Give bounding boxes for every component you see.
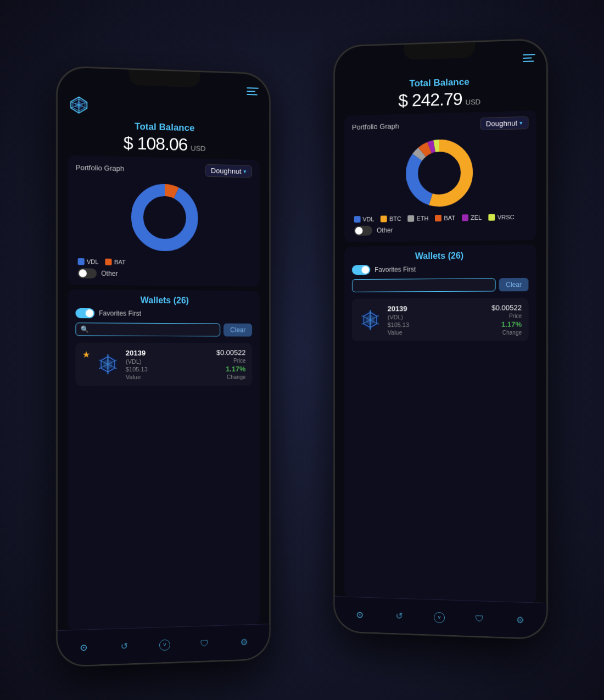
legend-dot-zel-right — [462, 214, 468, 221]
balance-dollar-left: $ 108.06 — [124, 133, 188, 155]
balance-amount-row-right: $ 242.79 USD — [344, 87, 536, 113]
donut-chart-left — [76, 177, 253, 257]
search-input-left[interactable] — [92, 325, 216, 334]
donut-svg-right — [401, 134, 478, 212]
search-input-right[interactable] — [357, 281, 491, 290]
legend-item-vrsc-right: VRSC — [489, 214, 514, 221]
other-label-right: Other — [377, 226, 393, 234]
legend-text-bat-right: BAT — [444, 215, 455, 221]
legend-text-vdl-right: VDL — [362, 216, 374, 223]
toggle-knob-right — [355, 227, 363, 235]
wallet-card-left[interactable]: ★ 20139 (VD — [76, 343, 253, 386]
dashboard-icon-left: ⊙ — [77, 641, 90, 654]
wallet-value-right: $105.13 — [388, 321, 486, 327]
legend-item-bat-left: BAT — [105, 259, 126, 266]
other-label-left: Other — [101, 270, 118, 277]
legend-text-vdl-left: VDL — [87, 258, 99, 265]
wallet-card-right[interactable]: 20139 (VDL) $105.13 Value $0.00522 Price… — [352, 298, 529, 341]
balance-section-right: Total Balance $ 242.79 USD — [344, 70, 536, 115]
legend-item-eth-right: ETH — [408, 215, 429, 222]
legend-text-zel-right: ZEL — [471, 214, 482, 221]
shield-icon-left: 🛡 — [198, 637, 211, 651]
nav-dashboard-right[interactable]: ⊙ — [353, 608, 366, 621]
doughnut-button-left[interactable]: Doughnut ▾ — [205, 164, 252, 178]
favorites-toggle-left[interactable] — [76, 308, 95, 318]
chevron-icon-right: ▾ — [519, 120, 522, 126]
search-input-wrap-left: 🔍 — [76, 323, 221, 336]
clear-button-right[interactable]: Clear — [499, 278, 529, 292]
power-button-left — [269, 162, 270, 194]
legend-dot-vdl-right — [354, 216, 361, 223]
screen-left: Total Balance $ 108.06 USD Portfolio Gra… — [58, 67, 270, 666]
app-logo-left — [69, 95, 89, 115]
nav-settings-left[interactable]: ⚙ — [238, 635, 251, 649]
favorites-label-right: Favorites First — [374, 265, 416, 274]
notch-left — [129, 70, 200, 87]
legend-text-btc-right: BTC — [389, 215, 401, 222]
search-icon-left: 🔍 — [81, 325, 89, 333]
balance-currency-left: USD — [191, 144, 205, 153]
shield-icon-right: 🛡 — [473, 612, 486, 625]
svg-point-8 — [137, 190, 192, 246]
notch-right — [404, 42, 475, 60]
bottom-nav-left: ⊙ ↺ V 🛡 ⚙ — [58, 624, 270, 666]
donut-chart-right — [352, 132, 529, 213]
legend-dot-vdl-left — [78, 258, 85, 265]
wallets-title-left: Wallets (26) — [76, 295, 253, 307]
other-toggle-switch-right[interactable] — [354, 226, 372, 236]
nav-settings-right[interactable]: ⚙ — [513, 613, 527, 627]
balance-section-left: Total Balance $ 108.06 USD — [68, 115, 260, 160]
other-toggle-left: Other — [76, 268, 253, 280]
doughnut-button-right[interactable]: Doughnut ▾ — [480, 116, 529, 130]
legend-dot-btc-right — [381, 215, 387, 222]
nav-shield-right[interactable]: 🛡 — [473, 612, 486, 625]
wallet-logo-left — [96, 352, 120, 376]
nav-shield-left[interactable]: 🛡 — [198, 637, 211, 651]
nav-refresh-left[interactable]: ↺ — [118, 639, 131, 653]
legend-dot-vrsc-right — [489, 214, 495, 220]
phones-container: Total Balance $ 108.06 USD Portfolio Gra… — [41, 26, 563, 674]
nav-dashboard-left[interactable]: ⊙ — [77, 641, 90, 654]
favorites-knob-right — [362, 266, 370, 274]
legend-item-btc-right: BTC — [381, 215, 401, 222]
legend-dot-bat-right — [435, 215, 441, 221]
other-toggle-switch-left[interactable] — [78, 268, 97, 279]
change-val-left: 1.17% — [216, 365, 245, 373]
wallet-amount-left: 20139 — [126, 348, 211, 357]
legend-text-eth-right: ETH — [417, 215, 429, 221]
vdl-icon-left: V — [158, 638, 171, 652]
phone-left: Total Balance $ 108.06 USD Portfolio Gra… — [57, 66, 271, 667]
legend-item-zel-right: ZEL — [462, 214, 482, 221]
content-left: Total Balance $ 108.06 USD Portfolio Gra… — [58, 114, 270, 630]
wallet-info-right: 20139 (VDL) $105.13 Value — [388, 304, 486, 335]
refresh-icon-left: ↺ — [118, 639, 131, 653]
favorites-row-right: Favorites First — [352, 264, 529, 275]
portfolio-header-left: Portfolio Graph Doughnut ▾ — [76, 161, 253, 178]
price-label-left: Price — [216, 358, 245, 364]
screen-right: Total Balance $ 242.79 USD Portfolio Gra… — [335, 40, 547, 638]
bottom-nav-right: ⊙ ↺ V 🛡 ⚙ — [335, 596, 547, 638]
menu-icon-left[interactable] — [247, 87, 259, 96]
nav-refresh-right[interactable]: ↺ — [393, 609, 406, 623]
change-label-right: Change — [491, 330, 522, 336]
dashboard-icon-right: ⊙ — [353, 608, 366, 621]
settings-icon-left: ⚙ — [238, 635, 251, 649]
nav-vdl-left[interactable]: V — [158, 638, 171, 652]
wallet-price-col-right: $0.00522 Price 1.17% Change — [491, 303, 522, 336]
power-button-right — [546, 129, 547, 162]
chevron-icon-left: ▾ — [243, 168, 246, 174]
portfolio-label-left: Portfolio Graph — [76, 163, 125, 173]
doughnut-label-left: Doughnut — [211, 166, 241, 175]
menu-icon-right[interactable] — [523, 54, 535, 62]
price-label-right: Price — [491, 313, 522, 319]
star-icon-left: ★ — [82, 349, 90, 360]
favorites-toggle-right[interactable] — [352, 265, 370, 275]
favorites-label-left: Favorites First — [99, 309, 141, 318]
search-input-wrap-right — [352, 278, 496, 292]
nav-vdl-right[interactable]: V — [433, 610, 446, 624]
wallets-section-left: Wallets (26) Favorites First 🔍 Clear — [68, 289, 260, 630]
clear-button-left[interactable]: Clear — [223, 324, 252, 337]
wallet-value-label-left: Value — [126, 373, 211, 380]
portfolio-label-right: Portfolio Graph — [352, 122, 399, 131]
balance-amount-row-left: $ 108.06 USD — [68, 131, 260, 157]
